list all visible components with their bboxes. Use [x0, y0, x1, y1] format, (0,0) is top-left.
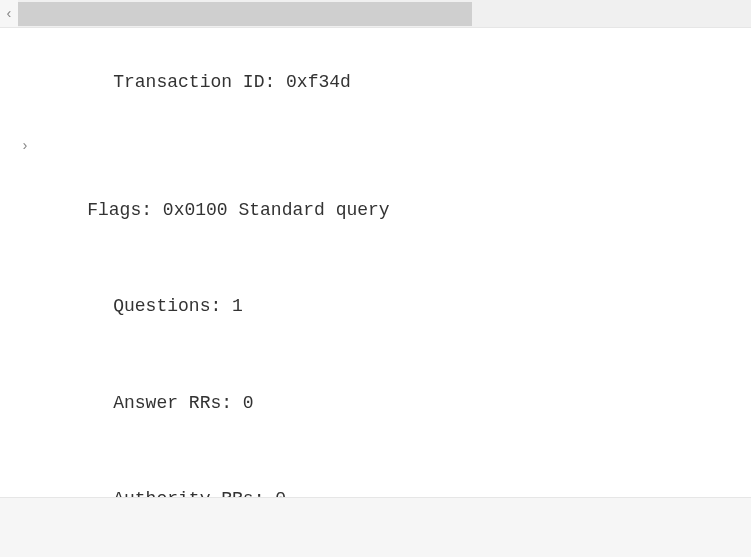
field-answer-rrs[interactable]: Answer RRs: 0	[0, 355, 751, 452]
hex-dump-pane[interactable]: 000000 26 0b 31 07 33 00 0c 29 92 94 9f …	[0, 498, 751, 557]
field-text: Flags: 0x0100 Standard query	[87, 200, 389, 220]
packet-details-pane[interactable]: Transaction ID: 0xf34d › Flags: 0x0100 S…	[0, 28, 751, 498]
scroll-track[interactable]	[18, 0, 751, 27]
field-flags[interactable]: › Flags: 0x0100 Standard query	[0, 131, 751, 259]
field-text: Transaction ID: 0xf34d	[113, 72, 351, 92]
field-text: Questions: 1	[113, 296, 243, 316]
chevron-right-icon[interactable]: ›	[18, 134, 32, 159]
field-questions[interactable]: Questions: 1	[0, 259, 751, 356]
field-text: Answer RRs: 0	[113, 393, 253, 413]
field-transaction-id[interactable]: Transaction ID: 0xf34d	[0, 34, 751, 131]
field-text: Authority RRs: 0	[113, 489, 286, 498]
field-authority-rrs[interactable]: Authority RRs: 0	[0, 452, 751, 499]
chevron-left-icon: ‹	[5, 6, 13, 22]
scroll-left-button[interactable]: ‹	[0, 0, 18, 27]
horizontal-scrollbar[interactable]: ‹	[0, 0, 751, 28]
scroll-thumb[interactable]	[18, 2, 472, 26]
